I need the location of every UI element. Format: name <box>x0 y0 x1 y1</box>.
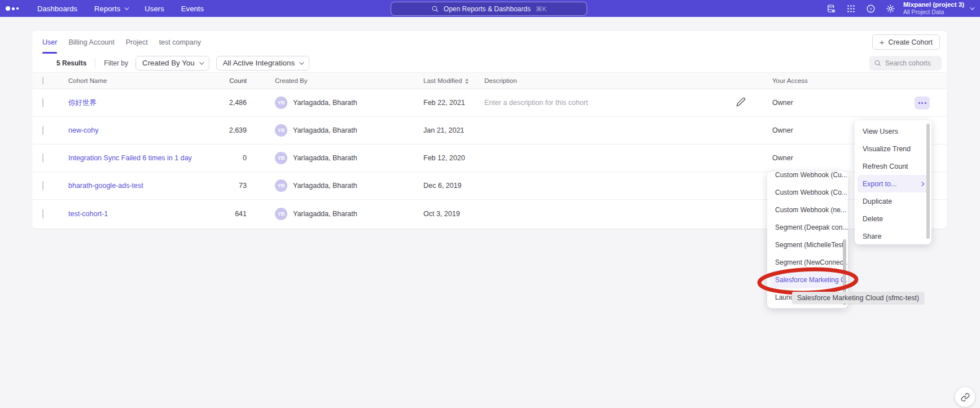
nav-events[interactable]: Events <box>181 5 204 13</box>
row-checkbox[interactable] <box>42 126 43 135</box>
col-last-modified[interactable]: Last Modified <box>423 77 484 84</box>
submenu-item[interactable]: Custom Webhook (Co... <box>767 183 848 201</box>
chevron-down-icon <box>199 60 204 64</box>
avatar: YB <box>275 96 287 109</box>
tab-test-company[interactable]: test company <box>154 31 207 54</box>
col-your-access: Your Access <box>756 77 915 84</box>
nav-reports[interactable]: Reports <box>94 5 128 13</box>
avatar: YB <box>275 208 287 220</box>
plus-icon: + <box>880 37 885 47</box>
col-count: Count <box>202 77 247 84</box>
col-cohort-name: Cohort Name <box>68 77 202 84</box>
cohort-name-link[interactable]: test-cohort-1 <box>68 210 202 218</box>
submenu-item[interactable]: Segment (Deepak con... <box>767 218 848 236</box>
cohort-name-link[interactable]: new-cohy <box>68 126 202 134</box>
submenu-item[interactable]: Segment (NewConnec... <box>767 253 848 271</box>
tab-project[interactable]: Project <box>120 31 154 54</box>
primary-nav: Dashboards Reports Users Events <box>37 5 204 13</box>
col-description: Description <box>484 77 728 84</box>
chevron-right-icon <box>920 181 924 186</box>
nav-dashboards[interactable]: Dashboards <box>37 5 77 13</box>
create-cohort-label: Create Cohort <box>888 38 933 46</box>
tab-billing-account[interactable]: Billing Account <box>63 31 120 54</box>
global-search-button[interactable]: Open Reports & Dashboards ⌘K <box>391 2 587 16</box>
table-header: Cohort Name Count Created By Last Modifi… <box>32 72 947 89</box>
filter-toolbar: 5 Results Filter by Created By You All A… <box>32 54 947 72</box>
submenu-item[interactable]: Custom Webhook (Cu... <box>767 172 848 183</box>
menu-share[interactable]: Share <box>855 227 931 245</box>
cohort-name-link[interactable]: 你好世界 <box>68 98 202 108</box>
global-search-placeholder: Open Reports & Dashboards <box>444 5 531 13</box>
filter-by-label: Filter by <box>104 59 128 67</box>
row-actions-button[interactable] <box>915 96 930 109</box>
search-icon <box>874 59 881 67</box>
row-checkbox[interactable] <box>42 153 43 163</box>
row-checkbox[interactable] <box>42 98 43 107</box>
avatar: YB <box>275 179 287 192</box>
data-icon[interactable] <box>821 0 841 17</box>
cohort-tabs: User Billing Account Project test compan… <box>32 31 947 54</box>
mixpanel-logo-icon[interactable] <box>6 6 25 11</box>
chevron-down-icon <box>125 5 129 10</box>
tab-user[interactable]: User <box>37 31 63 54</box>
divider <box>95 59 95 68</box>
project-scope: All Project Data <box>903 9 964 16</box>
nav-users[interactable]: Users <box>145 5 164 13</box>
row-checkbox[interactable] <box>42 181 43 190</box>
cohort-search <box>869 56 942 71</box>
chevron-down-icon <box>299 60 304 64</box>
menu-delete[interactable]: Delete <box>855 210 931 227</box>
settings-gear-icon[interactable] <box>881 0 900 17</box>
apps-grid-icon[interactable] <box>841 0 861 17</box>
export-submenu: Custom Webhook (Cu... Custom Webhook (Co… <box>767 172 848 308</box>
svg-text:?: ? <box>869 6 872 11</box>
submenu-item[interactable]: Custom Webhook (ne... <box>767 201 848 218</box>
avatar: YB <box>275 152 287 164</box>
table-row: 你好世界 2,486 YBYarlagadda, Bharath Feb 22,… <box>32 89 947 117</box>
results-count: 5 Results <box>56 59 86 67</box>
keyboard-shortcut: ⌘K <box>536 5 546 13</box>
created-by-filter[interactable]: Created By You <box>135 56 209 71</box>
create-cohort-button[interactable]: + Create Cohort <box>872 34 940 50</box>
edit-pencil-icon[interactable] <box>736 97 746 107</box>
access-value: Owner <box>756 99 915 107</box>
description-placeholder[interactable]: Enter a description for this cohort <box>484 99 728 107</box>
copy-link-button[interactable] <box>955 387 975 407</box>
project-name: Mixpanel (project 3) <box>903 1 964 8</box>
row-checkbox[interactable] <box>42 209 43 218</box>
row-actions-menu: View Users Visualize Trend Refresh Count… <box>855 120 931 244</box>
integrations-filter[interactable]: All Active Integrations <box>216 56 309 71</box>
cohort-name-link[interactable]: bharath-google-ads-test <box>68 182 202 190</box>
menu-export-to[interactable]: Export to... <box>858 175 929 192</box>
app-window: Dashboards Reports Users Events Open Rep… <box>0 0 980 408</box>
link-icon <box>961 393 970 402</box>
table-row: Integration Sync Failed 6 times in 1 day… <box>32 144 947 172</box>
submenu-item[interactable]: Segment (MichelleTest) <box>767 236 848 253</box>
menu-duplicate[interactable]: Duplicate <box>855 192 931 210</box>
table-row: new-cohy 2,639 YBYarlagadda, Bharath Jan… <box>32 117 947 144</box>
menu-view-users[interactable]: View Users <box>855 122 931 140</box>
top-navbar: Dashboards Reports Users Events Open Rep… <box>0 0 980 17</box>
help-icon[interactable]: ? <box>861 0 881 17</box>
chevron-down-icon[interactable] <box>970 5 974 10</box>
sort-icon[interactable] <box>465 78 469 84</box>
menu-scrollbar[interactable] <box>926 124 930 239</box>
search-icon <box>431 5 439 12</box>
avatar: YB <box>275 124 287 137</box>
navbar-right: ? Mixpanel (project 3) All Project Data <box>821 0 977 17</box>
salesforce-tooltip: Salesforce Marketing Cloud (sfmc-test) <box>792 292 924 304</box>
project-switcher[interactable]: Mixpanel (project 3) All Project Data <box>903 1 964 15</box>
select-all-checkbox[interactable] <box>42 77 43 85</box>
menu-visualize-trend[interactable]: Visualize Trend <box>855 140 931 157</box>
cohort-name-link[interactable]: Integration Sync Failed 6 times in 1 day <box>68 154 202 162</box>
col-created-by: Created By <box>247 77 423 84</box>
menu-refresh-count[interactable]: Refresh Count <box>855 157 931 175</box>
submenu-item-salesforce[interactable]: Salesforce Marketing C... <box>770 271 845 288</box>
